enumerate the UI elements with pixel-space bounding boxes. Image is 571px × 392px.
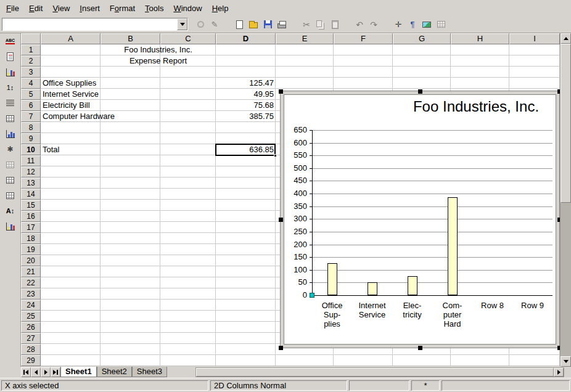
- menu-file[interactable]: File: [1, 1, 24, 15]
- cell-A5[interactable]: Internet Service: [41, 89, 101, 100]
- draw-functions-icon[interactable]: [4, 143, 17, 155]
- menu-insert[interactable]: Insert: [75, 1, 105, 15]
- row-header-2[interactable]: 2: [21, 55, 41, 67]
- chart-bar-3[interactable]: [408, 276, 417, 295]
- chart-data-icon[interactable]: [4, 66, 17, 78]
- horizontal-scroll-thumb[interactable]: [196, 368, 554, 377]
- cell-A6[interactable]: Electricity Bill: [41, 100, 101, 111]
- chart-handle-tm[interactable]: [418, 89, 422, 94]
- chart-handle-bm[interactable]: [418, 346, 422, 350]
- row-header-22[interactable]: 22: [21, 277, 41, 288]
- row-header-21[interactable]: 21: [21, 266, 41, 277]
- cell-A4[interactable]: Office Supplies: [41, 78, 101, 89]
- insert-cells-icon[interactable]: [4, 81, 17, 94]
- insert-rows-icon[interactable]: [4, 97, 17, 109]
- cell-B2[interactable]: Expense Report: [101, 55, 216, 67]
- gallery-icon[interactable]: [421, 18, 433, 31]
- paste-icon[interactable]: [329, 18, 341, 31]
- load-url-icon[interactable]: [194, 18, 207, 31]
- column-header-d[interactable]: D: [216, 33, 276, 44]
- menu-help[interactable]: Help: [207, 1, 234, 15]
- save-icon[interactable]: [261, 18, 274, 31]
- column-header-f[interactable]: F: [334, 33, 393, 44]
- cell-B1[interactable]: Foo Industries, Inc.: [101, 44, 216, 55]
- row-header-15[interactable]: 15: [21, 200, 41, 211]
- cell-selection[interactable]: [215, 144, 276, 156]
- data-sources-icon[interactable]: [4, 189, 17, 202]
- column-header-i[interactable]: I: [509, 33, 560, 44]
- vertical-scroll-thumb[interactable]: [561, 44, 571, 203]
- cell-D7[interactable]: 385.75: [216, 111, 276, 122]
- redo-icon[interactable]: [368, 18, 380, 31]
- select-all-corner[interactable]: [21, 33, 41, 44]
- menu-view[interactable]: View: [47, 1, 75, 15]
- scroll-up-button[interactable]: [561, 33, 571, 44]
- chart-handle-bl[interactable]: [279, 346, 283, 350]
- row-header-20[interactable]: 20: [21, 255, 41, 266]
- print-icon[interactable]: [276, 18, 288, 31]
- row-header-11[interactable]: 11: [21, 155, 41, 166]
- menu-window[interactable]: Window: [168, 1, 207, 15]
- row-header-26[interactable]: 26: [21, 322, 41, 333]
- new-document-icon[interactable]: [233, 18, 245, 31]
- url-combo-dropdown-button[interactable]: [177, 18, 187, 30]
- autoformat-icon[interactable]: [4, 158, 17, 171]
- row-header-6[interactable]: 6: [21, 100, 41, 111]
- column-header-c[interactable]: C: [160, 33, 216, 44]
- menu-format[interactable]: Format: [105, 1, 140, 15]
- fill-handle[interactable]: [274, 154, 277, 157]
- row-header-29[interactable]: 29: [21, 355, 41, 366]
- row-header-27[interactable]: 27: [21, 333, 41, 344]
- row-header-8[interactable]: 8: [21, 122, 41, 133]
- row-header-7[interactable]: 7: [21, 111, 41, 122]
- column-header-a[interactable]: A: [41, 33, 101, 44]
- url-combo-input[interactable]: [2, 18, 177, 30]
- column-header-b[interactable]: B: [101, 33, 160, 44]
- row-header-28[interactable]: 28: [21, 344, 41, 355]
- menu-tools[interactable]: Tools: [140, 1, 168, 15]
- stylist-icon[interactable]: [406, 18, 419, 31]
- open-icon[interactable]: [247, 18, 260, 31]
- tab-sheet3[interactable]: Sheet3: [132, 367, 167, 377]
- tabs-last-button[interactable]: [51, 367, 60, 377]
- cell-D6[interactable]: 75.68: [216, 100, 276, 111]
- cell-D4[interactable]: 125.47: [216, 78, 276, 89]
- chart-bar-1[interactable]: [327, 263, 337, 295]
- row-header-5[interactable]: 5: [21, 89, 41, 100]
- menu-edit[interactable]: Edit: [24, 1, 47, 15]
- vertical-scrollbar[interactable]: [560, 33, 571, 367]
- chart-object[interactable]: Foo Industries, Inc. 6506005505004504003…: [280, 91, 560, 348]
- autospellcheck-icon[interactable]: [4, 51, 17, 63]
- row-header-23[interactable]: 23: [21, 288, 41, 300]
- row-header-19[interactable]: 19: [21, 244, 41, 255]
- row-header-12[interactable]: 12: [21, 166, 41, 178]
- column-header-g[interactable]: G: [393, 33, 451, 44]
- column-header-e[interactable]: E: [276, 33, 334, 44]
- chart-bar-4[interactable]: [448, 197, 458, 295]
- scale-text-icon[interactable]: [4, 205, 17, 217]
- chart-bar-2[interactable]: [368, 282, 377, 295]
- undo-icon[interactable]: [353, 18, 366, 31]
- tabs-prev-button[interactable]: [31, 367, 41, 377]
- insert-table-icon[interactable]: [4, 174, 17, 186]
- cut-icon[interactable]: [300, 18, 313, 31]
- row-header-16[interactable]: 16: [21, 211, 41, 222]
- datasources-icon[interactable]: [435, 18, 447, 31]
- row-header-18[interactable]: 18: [21, 233, 41, 244]
- tabs-first-button[interactable]: [21, 367, 31, 377]
- spellcheck-icon[interactable]: [4, 35, 17, 47]
- tabs-next-button[interactable]: [41, 367, 51, 377]
- row-header-9[interactable]: 9: [21, 133, 41, 144]
- horizontal-scrollbar[interactable]: [195, 367, 564, 377]
- tab-sheet1[interactable]: Sheet1: [60, 367, 97, 377]
- row-header-24[interactable]: 24: [21, 300, 41, 311]
- url-combo[interactable]: [2, 18, 188, 31]
- column-header-h[interactable]: H: [451, 33, 509, 44]
- x-axis-selection-handle[interactable]: [310, 293, 314, 298]
- borders-icon[interactable]: [4, 112, 17, 125]
- scroll-down-button[interactable]: [561, 356, 571, 367]
- row-header-10[interactable]: 10: [21, 144, 41, 155]
- chart-handle-ml[interactable]: [279, 218, 283, 222]
- chart-handle-tl[interactable]: [279, 89, 283, 94]
- row-header-4[interactable]: 4: [21, 78, 41, 89]
